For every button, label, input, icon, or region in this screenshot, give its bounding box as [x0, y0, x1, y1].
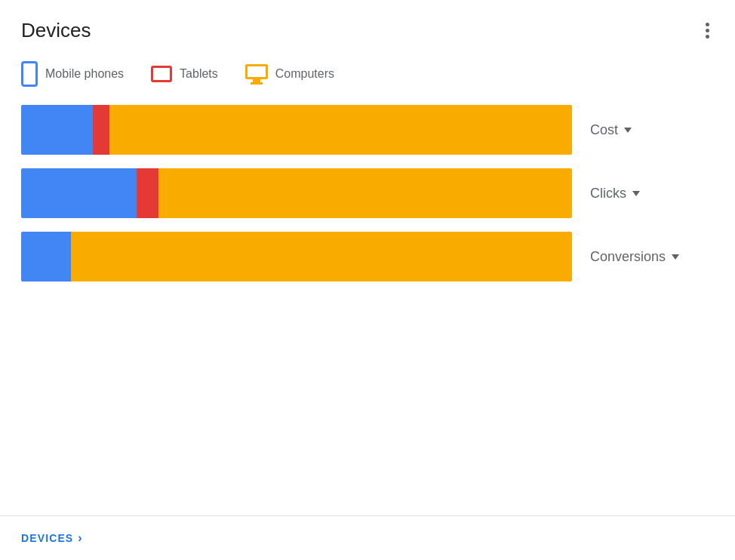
metric-label-cost-text: Cost: [590, 122, 618, 138]
bar-clicks-computer: [158, 168, 572, 218]
computer-icon: [245, 64, 268, 85]
bar-clicks: [21, 168, 572, 218]
card-footer: DEVICES ›: [0, 515, 735, 560]
metric-label-conversions-text: Conversions: [590, 249, 666, 265]
chart-row-cost: Cost: [21, 105, 714, 155]
bar-conversions: [21, 232, 572, 282]
dot: [706, 29, 709, 32]
charts-area: Cost Clicks Conversions: [0, 105, 735, 515]
metric-label-clicks-text: Clicks: [590, 186, 626, 202]
chart-row-conversions: Conversions: [21, 232, 714, 282]
legend-item-mobile: Mobile phones: [21, 61, 124, 87]
dot: [706, 23, 709, 26]
devices-link[interactable]: DEVICES ›: [21, 531, 83, 545]
dot: [706, 35, 709, 38]
metric-label-conversions[interactable]: Conversions: [590, 249, 679, 265]
bar-cost-mobile: [21, 105, 93, 155]
page-title: Devices: [21, 19, 91, 42]
card-header: Devices: [0, 0, 735, 55]
bar-conversions-computer: [71, 232, 572, 282]
legend: Mobile phones Tablets Computers: [0, 55, 735, 105]
legend-label-tablet: Tablets: [180, 67, 218, 81]
bar-clicks-mobile: [21, 168, 137, 218]
mobile-phone-icon: [21, 61, 38, 87]
conversions-dropdown-arrow: [672, 254, 679, 260]
chevron-right-icon: ›: [78, 531, 82, 545]
clicks-dropdown-arrow: [632, 191, 640, 196]
bar-cost: [21, 105, 572, 155]
legend-item-tablet: Tablets: [151, 66, 218, 82]
bar-clicks-tablet: [137, 168, 158, 218]
devices-card: Devices Mobile phones Tablets Computers: [0, 0, 735, 560]
legend-label-mobile: Mobile phones: [45, 67, 124, 81]
chart-row-clicks: Clicks: [21, 168, 714, 218]
bar-cost-computer: [109, 105, 572, 155]
tablet-icon: [151, 66, 172, 82]
metric-label-clicks[interactable]: Clicks: [590, 186, 640, 202]
devices-link-label: DEVICES: [21, 532, 73, 544]
legend-item-computer: Computers: [245, 64, 334, 85]
cost-dropdown-arrow: [624, 128, 632, 133]
computer-screen: [245, 64, 268, 79]
metric-label-cost[interactable]: Cost: [590, 122, 632, 138]
bar-conversions-mobile: [21, 232, 71, 282]
computer-base: [251, 82, 263, 85]
legend-label-computer: Computers: [275, 67, 334, 81]
bar-cost-tablet: [93, 105, 109, 155]
more-options-button[interactable]: [701, 18, 714, 43]
